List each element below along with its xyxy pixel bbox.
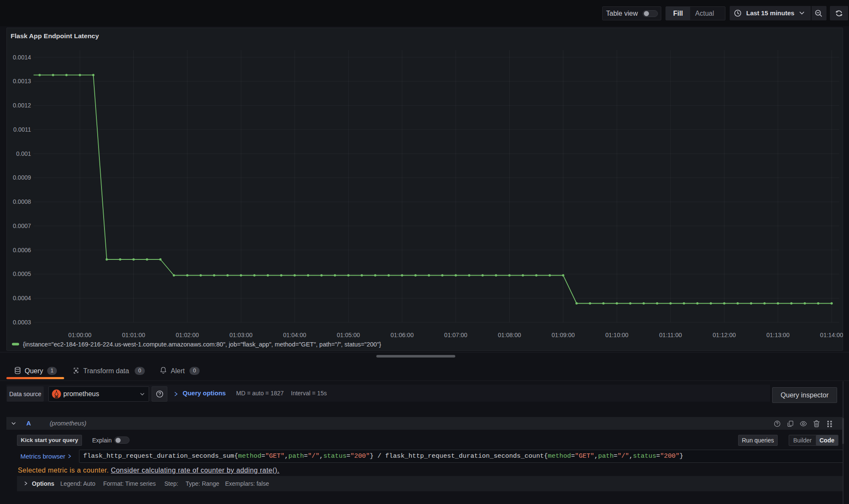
svg-text:01:14:00: 01:14:00 (820, 332, 843, 338)
svg-text:0.001: 0.001 (16, 150, 31, 157)
svg-text:0.0005: 0.0005 (13, 270, 31, 277)
svg-text:01:02:00: 01:02:00 (176, 332, 199, 338)
svg-text:01:07:00: 01:07:00 (444, 332, 468, 338)
svg-text:0.0014: 0.0014 (13, 54, 31, 61)
svg-text:0.0004: 0.0004 (13, 295, 31, 301)
svg-text:0.0006: 0.0006 (13, 247, 31, 253)
svg-text:01:04:00: 01:04:00 (283, 332, 307, 338)
svg-text:0.0011: 0.0011 (13, 126, 31, 133)
svg-text:0.0008: 0.0008 (13, 198, 31, 205)
svg-text:01:00:00: 01:00:00 (68, 332, 92, 338)
svg-text:01:13:00: 01:13:00 (766, 332, 790, 338)
svg-text:0.0013: 0.0013 (13, 78, 31, 84)
svg-text:01:12:00: 01:12:00 (713, 332, 736, 338)
svg-text:0.0007: 0.0007 (13, 222, 31, 229)
svg-text:{instance="ec2-184-169-216-224: {instance="ec2-184-169-216-224.us-west-1… (23, 341, 381, 348)
svg-text:01:06:00: 01:06:00 (390, 332, 414, 338)
svg-text:0.0012: 0.0012 (13, 102, 31, 109)
svg-text:0.0009: 0.0009 (13, 174, 31, 181)
svg-text:01:09:00: 01:09:00 (552, 332, 575, 338)
svg-text:01:05:00: 01:05:00 (337, 332, 360, 338)
svg-text:0.0003: 0.0003 (13, 319, 31, 326)
svg-text:01:01:00: 01:01:00 (122, 332, 145, 338)
svg-text:01:10:00: 01:10:00 (605, 332, 629, 338)
svg-text:01:11:00: 01:11:00 (659, 332, 682, 338)
svg-text:01:08:00: 01:08:00 (498, 332, 521, 338)
svg-text:01:03:00: 01:03:00 (229, 332, 253, 338)
